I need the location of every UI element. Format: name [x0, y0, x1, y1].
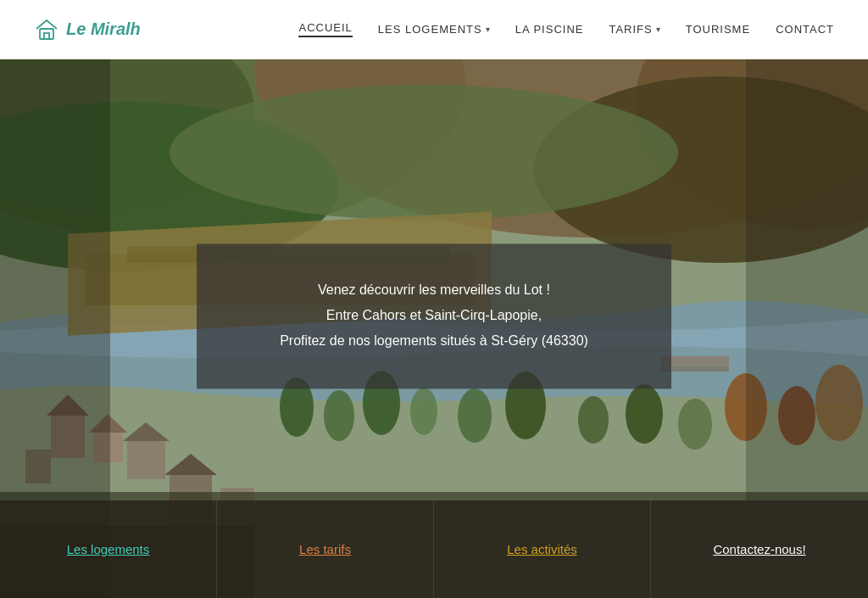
svg-point-31 [678, 399, 712, 450]
svg-point-30 [626, 384, 663, 444]
chevron-down-icon: ▾ [486, 25, 490, 34]
nav-logements-container[interactable]: LES LOGEMENTS ▾ [378, 23, 490, 36]
svg-point-9 [170, 85, 678, 221]
home-icon [34, 17, 59, 42]
logo[interactable]: Le Miralh [34, 17, 141, 42]
svg-rect-35 [661, 356, 729, 366]
link-logements[interactable]: Les logements [67, 542, 150, 556]
logo-text: Le Miralh [66, 20, 141, 39]
nav-tarifs[interactable]: TARIFS [609, 23, 652, 36]
nav-contact[interactable]: CONTACT [776, 23, 834, 36]
card-activites[interactable]: Les activités [434, 500, 651, 598]
nav-piscine[interactable]: LA PISCINE [515, 23, 584, 36]
svg-rect-40 [746, 59, 868, 500]
main-nav: ACCUEIL LES LOGEMENTS ▾ LA PISCINE TARIF… [298, 21, 834, 37]
hero-line2: Entre Cahors et Saint-Cirq-Lapopie, [248, 303, 620, 328]
hero-text-box: Venez découvrir les merveilles du Lot ! … [197, 243, 671, 388]
link-contact[interactable]: Contactez-nous! [713, 542, 805, 556]
svg-point-27 [458, 388, 492, 443]
nav-tarifs-container[interactable]: TARIFS ▾ [609, 23, 659, 36]
site-header: Le Miralh ACCUEIL LES LOGEMENTS ▾ LA PIS… [0, 0, 868, 59]
card-logements[interactable]: Les logements [0, 500, 217, 598]
link-tarifs[interactable]: Les tarifs [299, 542, 351, 556]
link-activites[interactable]: Les activités [507, 542, 577, 556]
nav-accueil[interactable]: ACCUEIL [298, 21, 352, 37]
nav-logements[interactable]: LES LOGEMENTS [378, 23, 482, 36]
nav-tourisme[interactable]: TOURISME [686, 23, 750, 36]
svg-point-29 [578, 396, 609, 444]
chevron-down-icon-2: ▾ [656, 25, 660, 34]
hero-line1: Venez découvrir les merveilles du Lot ! [248, 277, 620, 303]
svg-rect-18 [127, 441, 165, 479]
card-contact[interactable]: Contactez-nous! [651, 500, 868, 598]
svg-point-26 [410, 388, 437, 435]
hero-section: Venez découvrir les merveilles du Lot ! … [0, 0, 868, 598]
card-tarifs[interactable]: Les tarifs [217, 500, 434, 598]
svg-point-24 [324, 390, 354, 441]
svg-rect-0 [40, 29, 53, 39]
svg-rect-36 [661, 366, 729, 372]
hero-line3: Profitez de nos logements situés à St-Gé… [248, 329, 620, 355]
bottom-cards: Les logements Les tarifs Les activités C… [0, 500, 868, 598]
svg-rect-1 [44, 33, 49, 39]
